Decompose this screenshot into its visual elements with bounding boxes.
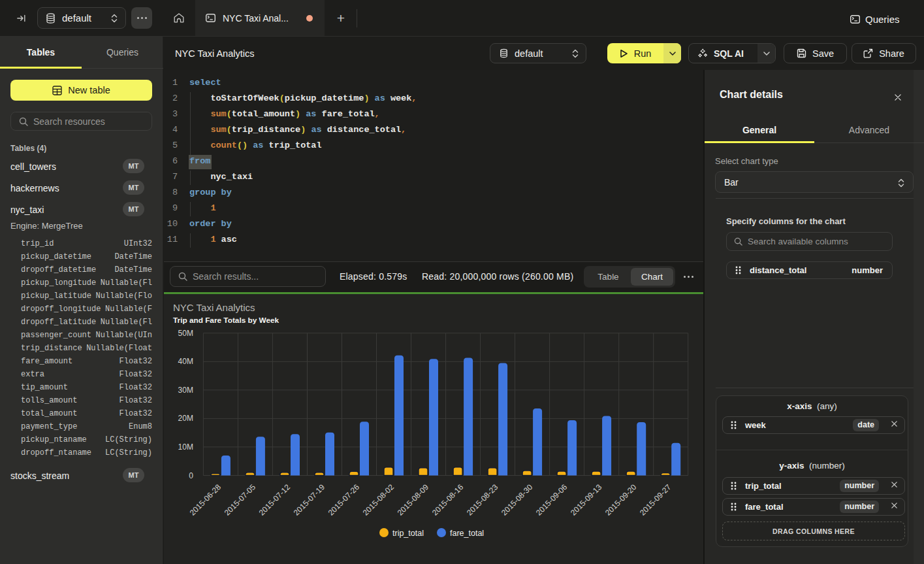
svg-text:2015-07-26: 2015-07-26: [327, 482, 362, 518]
svg-text:20M: 20M: [178, 414, 193, 423]
svg-text:10M: 10M: [178, 442, 193, 452]
svg-text:0: 0: [189, 471, 193, 480]
svg-text:2015-07-12: 2015-07-12: [257, 482, 293, 518]
svg-text:2015-07-19: 2015-07-19: [292, 482, 327, 518]
svg-text:fare_total: fare_total: [450, 529, 484, 538]
svg-text:50M: 50M: [178, 329, 193, 338]
svg-text:2015-08-30: 2015-08-30: [500, 482, 535, 518]
svg-text:2015-07-05: 2015-07-05: [223, 482, 258, 518]
svg-text:40M: 40M: [178, 357, 193, 366]
svg-text:30M: 30M: [178, 386, 193, 395]
svg-text:2015-08-09: 2015-08-09: [396, 482, 431, 518]
svg-text:2015-08-23: 2015-08-23: [465, 482, 500, 518]
svg-text:2015-09-27: 2015-09-27: [638, 482, 673, 518]
svg-text:2015-06-28: 2015-06-28: [188, 482, 223, 518]
svg-text:2015-09-13: 2015-09-13: [569, 482, 604, 518]
svg-text:trip_total: trip_total: [392, 529, 424, 538]
svg-text:2015-09-20: 2015-09-20: [603, 482, 639, 518]
svg-text:2015-08-02: 2015-08-02: [361, 482, 396, 518]
svg-text:2015-09-06: 2015-09-06: [534, 482, 569, 518]
svg-text:2015-08-16: 2015-08-16: [430, 482, 466, 518]
